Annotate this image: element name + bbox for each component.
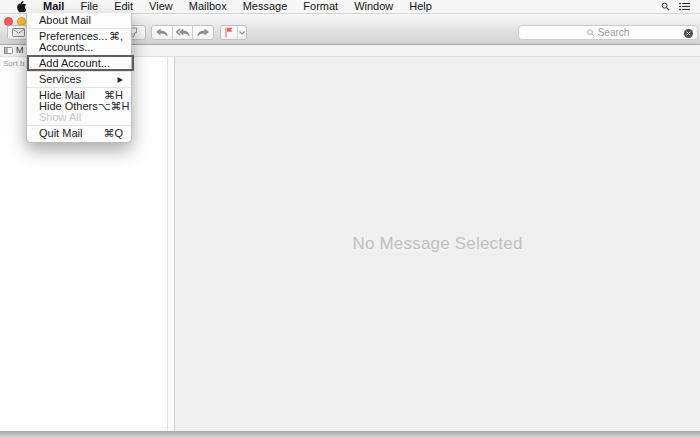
menubar-item-mail[interactable]: Mail xyxy=(35,0,72,13)
mailboxes-sidebar-icon[interactable] xyxy=(4,47,13,54)
menubar-item-edit[interactable]: Edit xyxy=(106,0,141,13)
envelope-icon xyxy=(12,28,25,37)
reply-button[interactable] xyxy=(152,26,172,39)
apple-logo xyxy=(15,0,26,13)
flag-icon xyxy=(225,27,233,38)
search-placeholder: Search xyxy=(598,26,630,39)
mailboxes-button[interactable]: M xyxy=(16,45,24,56)
shortcut-quit-mail: ⌘Q xyxy=(103,128,123,139)
notification-center-icon[interactable] xyxy=(679,2,690,11)
apple-menu[interactable] xyxy=(6,0,35,13)
message-viewer-pane: No Message Selected xyxy=(175,57,700,431)
menubar-item-format[interactable]: Format xyxy=(295,0,346,13)
forward-icon xyxy=(197,28,210,37)
no-message-selected-text: No Message Selected xyxy=(352,234,522,254)
reply-all-icon xyxy=(176,28,190,37)
menubar-item-mailbox[interactable]: Mailbox xyxy=(181,0,235,13)
flag-button-group xyxy=(220,25,247,40)
clear-circle-icon xyxy=(686,31,691,36)
menubar-item-message[interactable]: Message xyxy=(235,0,296,13)
reply-forward-group xyxy=(151,25,214,40)
search-clear-button[interactable] xyxy=(684,29,693,38)
menu-separator xyxy=(27,87,131,88)
menu-item-show-all: Show All xyxy=(27,112,131,123)
menu-item-quit-mail[interactable]: Quit Mail ⌘Q xyxy=(27,128,131,139)
add-account-annotation-box xyxy=(27,55,134,71)
menu-separator xyxy=(27,28,131,29)
shortcut-hide-others: ⌥⌘H xyxy=(98,101,130,112)
search-icon xyxy=(587,29,595,37)
menubar-item-file[interactable]: File xyxy=(72,0,106,13)
menubar-item-help[interactable]: Help xyxy=(401,0,440,13)
flag-button[interactable] xyxy=(221,26,237,39)
mail-dropdown-menu: About Mail Preferences... ⌘, Accounts...… xyxy=(26,13,132,143)
spotlight-search-icon[interactable] xyxy=(661,2,670,11)
flag-menu-button[interactable] xyxy=(237,26,246,39)
menu-separator xyxy=(27,71,131,72)
submenu-arrow-icon: ▶ xyxy=(118,73,123,85)
search-field[interactable]: Search xyxy=(518,25,698,40)
reply-all-button[interactable] xyxy=(172,26,193,39)
menu-item-services[interactable]: Services ▶ xyxy=(27,74,131,85)
shortcut-preferences: ⌘, xyxy=(109,31,123,42)
menubar-item-window[interactable]: Window xyxy=(346,0,401,13)
desktop-edge xyxy=(0,431,700,437)
chevron-down-icon xyxy=(239,31,245,35)
menu-item-about-mail[interactable]: About Mail xyxy=(27,15,131,26)
system-menu-bar: Mail File Edit View Mailbox Message Form… xyxy=(0,0,700,14)
forward-button[interactable] xyxy=(192,26,213,39)
menubar-item-view[interactable]: View xyxy=(141,0,181,13)
menu-separator xyxy=(27,125,131,126)
reply-icon xyxy=(155,28,168,37)
pane-divider[interactable] xyxy=(168,57,175,431)
menu-item-accounts[interactable]: Accounts... xyxy=(27,42,131,53)
